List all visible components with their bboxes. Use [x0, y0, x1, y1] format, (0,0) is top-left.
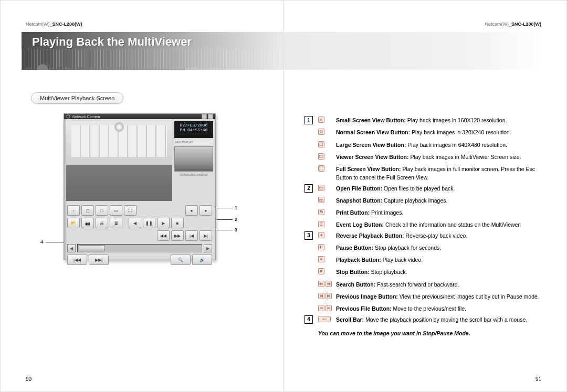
icon-col	[318, 196, 333, 203]
desc-text: Playback Button: Play back video.	[336, 256, 545, 264]
product-header-left: Netcam(W)_SNC-L200(W)	[26, 22, 82, 27]
window-title: Network Camera	[72, 115, 100, 119]
desc-line: Scroll Bar: Move the playback position b…	[318, 315, 545, 324]
desc-text: Full Screen View Button: Play back image…	[336, 165, 545, 182]
pause-button[interactable]: ❚❚	[143, 218, 155, 228]
icon-col	[318, 280, 333, 287]
desc-line: Previous File Button: Move to the previo…	[318, 304, 545, 313]
control-row-2: 📂 📷 🖨 ≣ ◀ ❚❚ ▶ ■	[67, 218, 212, 228]
normal-screen-button[interactable]: ◻	[81, 205, 94, 216]
screenshot-frame: Network Camera 02/FEB/2006 PM 04:55:	[64, 113, 216, 260]
callout-line-4	[46, 242, 64, 242]
next-image-button[interactable]: ▶|	[200, 230, 212, 241]
next-file-button[interactable]: ▶▶|	[89, 255, 109, 265]
large-screen-button[interactable]: □	[96, 205, 108, 216]
event-log-icon	[318, 221, 324, 227]
desc-text: Open File Button: Open files to be playe…	[336, 184, 545, 193]
svg-rect-11	[320, 270, 322, 272]
stop-button[interactable]: ■	[171, 218, 184, 228]
desc-line: Snapshot Button: Capture playback images…	[318, 196, 545, 205]
desc-text: Reverse Playback Button: Reverse-play ba…	[336, 231, 545, 240]
page-title: Playing Back the MultiViewer	[32, 35, 192, 49]
status-button-a[interactable]: ●	[185, 205, 198, 216]
control-row-1: ▫ ◻ □ ▭ ⛶ ● ●	[67, 205, 212, 216]
description-area: 1Small Screen View Button: Play back ima…	[304, 116, 545, 336]
icon-col	[318, 116, 333, 123]
callout-4: 4	[40, 239, 43, 245]
icon-col	[318, 153, 333, 160]
scroll-track[interactable]	[77, 244, 202, 252]
open-file-button[interactable]: 📂	[67, 218, 80, 228]
next-file-icon	[326, 305, 332, 311]
print-button[interactable]: 🖨	[96, 218, 108, 228]
prev-image-button[interactable]: |◀	[185, 230, 198, 241]
desc-text: Stop Button: Stop playback.	[336, 268, 545, 276]
search-back-button[interactable]: ◀◀	[157, 230, 170, 241]
product-brand: Netcam(W)_	[485, 22, 511, 27]
desc-line: Viewer Screen View Button: Play back ima…	[318, 153, 545, 161]
title-band-right	[284, 32, 545, 70]
prev-file-button[interactable]: |◀◀	[67, 255, 87, 265]
desc-text: Small Screen View Button: Play back imag…	[336, 116, 545, 124]
zoom-button[interactable]: 🔍	[171, 255, 191, 265]
desc-text: Event Log Button: Check all the informat…	[336, 220, 545, 229]
icon-col	[318, 231, 333, 238]
play-icon	[318, 256, 324, 262]
section-label-pill: MultiViewer Playback Screen	[31, 92, 123, 104]
desc-line: Full Screen View Button: Play back image…	[318, 165, 545, 182]
full-screen-button[interactable]: ⛶	[124, 205, 136, 216]
callout-line-1	[217, 208, 233, 208]
group-3: 3Reverse Playback Button: Reverse-play b…	[304, 231, 545, 313]
desc-line: Reverse Playback Button: Reverse-play ba…	[318, 231, 545, 240]
scroll-left-end[interactable]: ◀	[67, 244, 76, 252]
manual-spread: Netcam(W)_SNC-L200(W) Playing Back the M…	[0, 0, 567, 392]
scroll-right-end[interactable]: ▶	[204, 244, 212, 252]
desc-line: Search Button: Fast-search forward or ba…	[318, 280, 545, 289]
viewer-screen-button[interactable]: ▭	[110, 205, 122, 216]
product-model: SNC-L200(W)	[511, 22, 541, 27]
desc-text: Normal Screen View Button: Play back ima…	[336, 128, 545, 136]
control-section: ▫ ◻ □ ▭ ⛶ ● ● 📂 📷 🖨 ≣	[64, 203, 215, 268]
thumbnail	[174, 146, 213, 172]
full-screen-icon	[318, 165, 324, 172]
desc-line: Small Screen View Button: Play back imag…	[318, 116, 545, 124]
reverse-icon	[318, 232, 324, 238]
play-button[interactable]: ▶	[157, 218, 170, 228]
svg-rect-3	[320, 143, 323, 146]
desc-line: Playback Button: Play back video.	[318, 256, 545, 264]
small-screen-button[interactable]: ▫	[67, 205, 80, 216]
desc-text: Previous Image Button: View the previous…	[336, 292, 545, 301]
callout-2: 2	[235, 217, 237, 222]
desc-line: Large Screen View Button: Play back imag…	[318, 141, 545, 149]
date-line: 02/FEB/2006	[174, 123, 213, 128]
group-4: 4Scroll Bar: Move the playback position …	[304, 315, 545, 324]
viewer-screen-icon	[318, 153, 324, 160]
desc-text: Large Screen View Button: Play back imag…	[336, 141, 545, 149]
desc-line: Print Button: Print images.	[318, 208, 545, 217]
open-file-icon	[318, 185, 324, 191]
reverse-button[interactable]: ◀	[129, 218, 141, 228]
group-number: 2	[304, 184, 313, 193]
icon-col	[318, 256, 333, 262]
control-row-4: |◀◀ ▶▶| 🔍 🔊	[67, 255, 212, 265]
globe-icon	[66, 114, 70, 119]
stop-icon	[318, 268, 324, 274]
icon-col	[318, 184, 333, 191]
event-log-button[interactable]: ≣	[110, 218, 122, 228]
video-area	[66, 121, 172, 201]
time-line: PM 04:55:46	[174, 128, 213, 132]
small-screen-icon	[318, 116, 324, 123]
svg-rect-4	[320, 155, 323, 157]
group-number: 3	[304, 231, 313, 240]
product-header-right: Netcam(W)_SNC-L200(W)	[485, 22, 541, 27]
scroll-thumb[interactable]	[79, 245, 105, 251]
sound-button[interactable]: 🔊	[192, 255, 212, 265]
screenshot-titlebar: Network Camera	[64, 114, 215, 119]
page-right: Netcam(W)_SNC-L200(W) 1Small Screen View…	[284, 1, 566, 392]
status-button-b[interactable]: ●	[200, 205, 212, 216]
title-band: Playing Back the MultiViewer	[22, 32, 283, 70]
prev-file-icon	[318, 305, 324, 311]
snapshot-button[interactable]: 📷	[81, 218, 94, 228]
search-fwd-button[interactable]: ▶▶	[171, 230, 184, 241]
callout-line-3	[217, 230, 233, 230]
